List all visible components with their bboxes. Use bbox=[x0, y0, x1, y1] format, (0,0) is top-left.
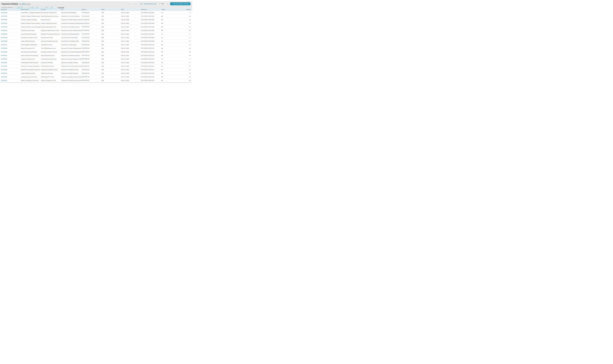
payment-link[interactable]: OP-00021 bbox=[1, 80, 7, 81]
cell-account: Utility Bills Account bbox=[41, 44, 61, 45]
cell-payment-no: OP-00049 bbox=[1, 33, 21, 35]
cell-purpose: Payment for Structural Engineering bbox=[61, 51, 82, 53]
column-header-branch-name[interactable]: Branch Name bbox=[21, 9, 41, 10]
column-header-actions[interactable]: Actions bbox=[180, 9, 192, 10]
column-header-amount[interactable]: Amount bbox=[82, 9, 101, 10]
kebab-menu-icon[interactable] bbox=[167, 3, 169, 5]
cell-amount: ₹175,000.00 bbox=[82, 12, 101, 13]
cell-mode: Neft bbox=[101, 73, 121, 74]
row-actions-ellipsis-icon[interactable] bbox=[180, 30, 192, 31]
payment-link[interactable]: OP-00100 bbox=[1, 12, 7, 13]
cell-date: Feb 19, 2026 bbox=[121, 15, 141, 17]
total-label: Total bbox=[19, 3, 22, 5]
cell-status bbox=[162, 52, 180, 52]
cell-status bbox=[162, 73, 180, 74]
row-actions-ellipsis-icon[interactable] bbox=[180, 63, 192, 63]
sort-desc-icon: ↓ bbox=[124, 9, 125, 10]
payment-link[interactable]: OP-00074 bbox=[1, 30, 7, 31]
cell-amount: ₹160,000.00 bbox=[82, 58, 101, 60]
cell-purpose: Payment for HVAC System Install bbox=[61, 19, 82, 20]
chip-close-icon[interactable]: × bbox=[40, 7, 40, 8]
payment-link[interactable]: OP-00072 bbox=[1, 58, 7, 60]
chip-close-icon[interactable]: × bbox=[24, 7, 25, 8]
row-actions-ellipsis-icon[interactable] bbox=[180, 23, 192, 24]
row-actions-ellipsis-icon[interactable] bbox=[180, 80, 192, 81]
payment-link[interactable]: OP-00023 bbox=[1, 51, 7, 53]
cell-date: Feb 17, 2026 bbox=[121, 40, 141, 42]
filter-button[interactable]: Filter bbox=[158, 2, 166, 5]
cell-status bbox=[162, 48, 180, 49]
column-header-for[interactable]: For bbox=[61, 9, 82, 10]
manage-accounts-link[interactable]: ⚙ Manage Accounts bbox=[144, 3, 156, 5]
filter-chip[interactable]: To Mar 31, 2026× bbox=[43, 6, 56, 9]
cell-status bbox=[162, 26, 180, 27]
table-row: OP-00049Coastal Vendor PaymentsMaterials… bbox=[0, 32, 192, 36]
payments-table-body: OP-00100Head Office - Outward PaymentsCo… bbox=[0, 11, 192, 82]
cell-mode: Neft bbox=[101, 62, 121, 63]
column-header-date[interactable]: Date↓ bbox=[121, 9, 141, 10]
cell-amount: ₹165,000.00 bbox=[82, 48, 101, 49]
filter-chip-label: From Apr 1, 2025 bbox=[29, 7, 39, 8]
clear-filter-link[interactable]: Clear Filter bbox=[58, 7, 64, 8]
cell-mode: Neft bbox=[101, 65, 121, 67]
row-actions-ellipsis-icon[interactable] bbox=[180, 41, 192, 41]
payment-link[interactable]: OP-00049 bbox=[1, 33, 7, 35]
row-actions-ellipsis-icon[interactable] bbox=[180, 70, 192, 70]
payment-link[interactable]: OP-00024 bbox=[1, 37, 7, 38]
payment-link[interactable]: OP-00096 bbox=[1, 69, 7, 70]
chip-close-icon[interactable]: × bbox=[54, 7, 55, 8]
payment-link[interactable]: OP-00071 bbox=[1, 73, 7, 74]
payment-link[interactable]: OP-00025 bbox=[1, 23, 7, 24]
row-actions-ellipsis-icon[interactable] bbox=[180, 55, 192, 56]
cell-status bbox=[162, 77, 180, 77]
status-badge bbox=[162, 48, 163, 49]
cell-purpose: Payment for Project Management bbox=[61, 48, 82, 49]
cell-status bbox=[162, 41, 180, 41]
status-badge bbox=[162, 23, 163, 24]
row-actions-ellipsis-icon[interactable] bbox=[180, 34, 192, 34]
row-actions-ellipsis-icon[interactable] bbox=[180, 73, 192, 74]
payment-link[interactable]: OP-00047 bbox=[1, 62, 7, 63]
column-header-status[interactable]: Status bbox=[162, 9, 180, 10]
payment-link[interactable]: OP-00075 bbox=[1, 15, 7, 17]
row-actions-ellipsis-icon[interactable] bbox=[180, 20, 192, 20]
cell-account: Payroll Account bbox=[41, 19, 61, 20]
record-outward-payment-button[interactable]: + Record Outward Payment bbox=[170, 2, 191, 5]
cell-reference: OP-CONST-2023-006 bbox=[141, 30, 162, 31]
cell-account: Fixed Assets Account bbox=[41, 65, 61, 67]
row-actions-ellipsis-icon[interactable] bbox=[180, 48, 192, 49]
filter-chip[interactable]: From Apr 1, 2025× bbox=[27, 6, 42, 9]
payment-link[interactable]: OP-00073 bbox=[1, 44, 7, 45]
payment-link[interactable]: OP-00046 bbox=[1, 76, 7, 78]
column-header-reference[interactable]: Reference bbox=[141, 9, 162, 10]
payment-link[interactable]: OP-00050 bbox=[1, 19, 7, 20]
payment-link[interactable]: OP-00099 bbox=[1, 26, 7, 28]
payment-link[interactable]: OP-00097 bbox=[1, 55, 7, 56]
row-actions-ellipsis-icon[interactable] bbox=[180, 27, 192, 27]
payment-link[interactable]: OP-00022 bbox=[1, 65, 7, 67]
row-actions-ellipsis-icon[interactable] bbox=[180, 16, 192, 16]
column-header-account[interactable]: Account bbox=[41, 9, 61, 10]
payment-link[interactable]: OP-00098 bbox=[1, 40, 7, 42]
column-header-mode[interactable]: Mode bbox=[101, 9, 121, 10]
row-actions-ellipsis-icon[interactable] bbox=[180, 59, 192, 59]
filter-chip[interactable]: FY 2025-2026× bbox=[14, 6, 27, 9]
row-actions-ellipsis-icon[interactable] bbox=[180, 77, 192, 77]
page-title: Payments Debited bbox=[2, 3, 18, 5]
cell-reference: OP-CONST-2023-005 bbox=[141, 26, 162, 28]
row-actions-ellipsis-icon[interactable] bbox=[180, 38, 192, 38]
row-actions-ellipsis-icon[interactable] bbox=[180, 13, 192, 13]
filter-chip-label: To Mar 31, 2026 bbox=[44, 7, 54, 8]
cell-mode: Neft bbox=[101, 48, 121, 49]
payment-link[interactable]: OP-00048 bbox=[1, 48, 7, 49]
row-actions-ellipsis-icon[interactable] bbox=[180, 45, 192, 45]
row-actions-ellipsis-icon[interactable] bbox=[180, 52, 192, 52]
footer-strip bbox=[0, 82, 192, 83]
cell-branch: Logistics Financial Unit bbox=[21, 58, 41, 60]
refresh-icon[interactable] bbox=[140, 3, 142, 5]
cell-account: Client Deposit Account bbox=[41, 55, 61, 56]
table-row: OP-00098Urban Utility PaymentsInsurance … bbox=[0, 39, 192, 43]
row-actions-ellipsis-icon[interactable] bbox=[180, 66, 192, 66]
status-badge bbox=[162, 34, 163, 34]
column-header-payment-[interactable]: Payment# bbox=[1, 9, 21, 10]
